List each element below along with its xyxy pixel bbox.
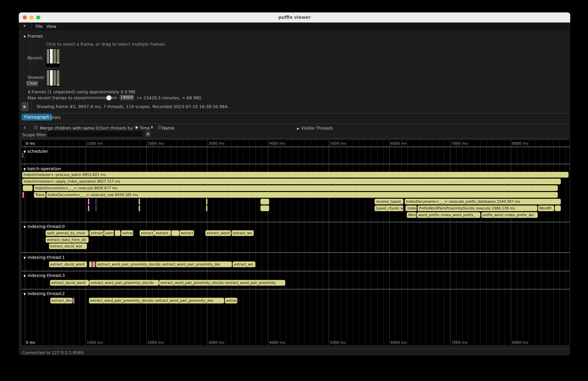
gridline (244, 140, 244, 345)
scope-filter-clear-button[interactable]: x (145, 131, 151, 137)
scope-bar[interactable]: extract_word (205, 230, 231, 236)
frames-collapsible-header[interactable]: ▼Frames (23, 34, 43, 39)
sort-name-radio[interactable] (157, 125, 162, 129)
scope-bar[interactable] (260, 199, 269, 204)
scope-bar[interactable]: extract_w (154, 230, 171, 236)
scope-bar[interactable] (23, 185, 32, 191)
scope-bar[interactable]: extract_ (139, 230, 154, 236)
scope-bar[interactable]: IndexDocuments<_, _>::execute_prefix_dat… (405, 199, 561, 204)
scope-bar[interactable]: prefix_word::index_prefix_wo (481, 212, 538, 218)
scope-bar[interactable]: IndexScheduler>::apply_index_operation 8… (22, 179, 561, 184)
sort-time-radio[interactable] (134, 125, 139, 129)
thread-header-indexing-thread:3[interactable]: ▼indexing-thread:3 (23, 273, 65, 278)
sort-direction-arrow-icon[interactable]: ⬇ (150, 125, 153, 129)
gridline (474, 140, 475, 345)
thread-header-indexing-thread:0[interactable]: ▼indexing-thread:0 (23, 224, 65, 229)
scope-bar[interactable]: receive_typed_ (375, 199, 403, 204)
scope-bar[interactable]: extract_doc (50, 298, 72, 303)
recent-frames-thumbnail[interactable] (45, 48, 61, 68)
scope-bar[interactable]: extract_word_pair_proximity_docids::extr… (89, 298, 224, 303)
thread-header-scheduler[interactable]: ▼scheduler (23, 149, 48, 154)
merge-children-checkbox[interactable] (34, 125, 38, 129)
scope-bar[interactable]: WordPr (538, 205, 554, 211)
scope-bar[interactable]: extrac (225, 298, 237, 303)
axis-label: 8000 ms (512, 141, 528, 146)
scope-bar[interactable] (206, 205, 207, 211)
thread-header-indexing-thread:1[interactable]: ▼indexing-thread:1 (23, 255, 65, 260)
scope-bar[interactable] (260, 205, 269, 211)
scope-bar[interactable] (555, 205, 561, 211)
max-frames-value[interactable]: 18000 (120, 95, 134, 100)
gridline (377, 140, 378, 345)
theme-toggle-icon[interactable]: ☀ (23, 24, 26, 28)
gridline (316, 140, 317, 345)
titlebar: puffin viewer (19, 12, 570, 22)
max-frames-label: Max recent frames to store: (27, 95, 86, 100)
scope-bar[interactable] (89, 230, 89, 236)
axis-label: 1000 ms (87, 340, 103, 345)
scope-bar[interactable] (92, 261, 95, 267)
sort-name-label[interactable]: Name (162, 126, 174, 130)
tab-stats[interactable]: Stats (50, 115, 61, 120)
clear-button[interactable]: Clear (26, 81, 38, 86)
scope-bar[interactable]: Word (407, 212, 416, 218)
play-button[interactable]: ▶ (21, 102, 28, 111)
scope-bar[interactable] (171, 230, 179, 236)
scope-bar[interactable]: extract_docid_word (49, 261, 87, 267)
menu-file[interactable]: File (36, 24, 43, 29)
slider-knob[interactable] (106, 95, 111, 100)
scope-bar[interactable] (138, 205, 140, 211)
flamegraph-canvas[interactable]: 0 ms0 ms1000 ms1000 ms2000 ms2000 ms3000… (21, 140, 570, 346)
scope-bar[interactable] (96, 205, 96, 211)
thread-header-batch-operation[interactable]: ▼batch-operation (23, 166, 61, 171)
scope-bar[interactable] (96, 199, 96, 204)
scope-bar[interactable]: extrac (121, 230, 133, 236)
scope-bar[interactable]: index (406, 205, 417, 211)
scope-bar[interactable] (22, 192, 24, 198)
help-button[interactable]: ? (23, 126, 26, 130)
scope-bar[interactable]: extract (179, 230, 194, 236)
scope-bar[interactable]: PrefixWordPairsProximityDocids::execute … (417, 205, 537, 211)
scope-bar[interactable]: extract_word_pair_proximity_docids::extr… (96, 261, 232, 267)
scope-bar[interactable]: extract_word_pair_proximity_docids (89, 280, 159, 286)
scope-bar[interactable] (206, 199, 207, 204)
max-frames-slider[interactable] (83, 97, 117, 99)
scope-bar[interactable]: extract_wo (231, 230, 254, 236)
collapse-open-icon: ▼ (23, 35, 26, 38)
gridline (450, 140, 450, 345)
scope-bar[interactable]: extra (104, 230, 114, 236)
scope-bar[interactable]: IndexDocuments<_, _>::execute 8656.677 m… (34, 185, 558, 191)
scope-bar[interactable] (89, 261, 91, 267)
scope-bar[interactable]: IndexScheduler>::process_batch 8953.821 … (22, 172, 568, 178)
scope-bar[interactable] (88, 199, 89, 204)
gridline (535, 140, 535, 345)
scope-bar[interactable]: extract_word_pair_proximity_docids::extr… (159, 280, 285, 286)
scope-bar[interactable] (88, 205, 89, 211)
scope-bar[interactable] (115, 230, 120, 236)
scope-bar[interactable] (73, 298, 74, 303)
scope-bar[interactable]: extract_wo (232, 261, 255, 267)
scope-bar[interactable]: typed_chunk::w (375, 205, 403, 211)
visible-threads-header[interactable]: ▶Visible Threads (297, 126, 333, 130)
scope-bar[interactable]: Trans (34, 192, 46, 198)
sort-time-label[interactable]: Time (140, 126, 150, 130)
scope-filter-input[interactable] (47, 131, 142, 137)
scope-bar[interactable] (138, 199, 140, 204)
scope-bar[interactable]: extract (89, 230, 104, 236)
gridline (104, 140, 104, 345)
slowest-frames-thumbnail[interactable] (45, 69, 61, 87)
scope-bar[interactable]: extract::data_from_ob (46, 237, 88, 243)
scope-bar[interactable] (405, 205, 406, 211)
scope-bar[interactable]: extract_docid_wor (49, 243, 87, 249)
tab-flamegraph[interactable]: Flamegraph (21, 114, 52, 121)
axis-label: 4000 ms (269, 340, 285, 345)
scope-bar[interactable] (22, 153, 23, 158)
scope-bar[interactable]: extract_docid_word (50, 280, 89, 286)
section-separator (21, 271, 569, 271)
thread-header-indexing-thread:2[interactable]: ▼indexing-thread:2 (23, 291, 65, 296)
axis-label: 3000 ms (208, 141, 224, 146)
scope-bar[interactable]: split_grenad_by_chun (46, 230, 88, 236)
scope-bar[interactable]: word_prefix::index_word_prefix_ (417, 212, 480, 218)
scope-bar[interactable]: IndexDocuments<_, _>::execute_raw 8459.1… (46, 192, 558, 198)
menu-view[interactable]: View (46, 24, 56, 29)
